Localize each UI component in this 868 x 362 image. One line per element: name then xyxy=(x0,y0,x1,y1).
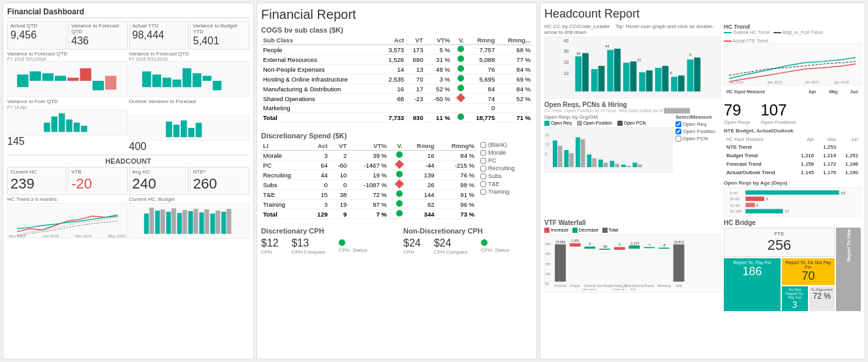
nte-table: HC Input Measure Apr May Jun xyxy=(724,87,861,96)
list-item[interactable]: Recruiting xyxy=(480,165,533,172)
open-reqs-chart-area: Open Reqs by Org/GM Open Req Open Positi… xyxy=(544,114,721,173)
hc-bar-area: HC CC by CC/Code_Leader Tip: Hover over … xyxy=(544,23,721,98)
cb-open-req[interactable]: Open Req xyxy=(675,121,721,127)
svg-rect-51 xyxy=(575,56,581,91)
svg-rect-63 xyxy=(671,77,677,92)
svg-rect-21 xyxy=(81,126,87,132)
open-reqs-label: Open Reqs xyxy=(724,119,750,125)
svg-rect-105 xyxy=(745,209,783,213)
status-dot xyxy=(396,151,403,158)
hc-bar-chart xyxy=(129,203,250,239)
svg-text:4: 4 xyxy=(756,204,759,207)
table-row: Morale 3 2 39 % 16 84 % xyxy=(261,151,476,160)
svg-text:17: 17 xyxy=(785,209,789,213)
svg-rect-0 xyxy=(17,75,28,87)
svg-rect-2 xyxy=(42,74,54,82)
list-item[interactable]: Training xyxy=(480,189,533,195)
svg-text:-8: -8 xyxy=(662,243,666,247)
open-reqs-numbers: 79 Open Reqs 107 Open Positions xyxy=(724,101,861,125)
svg-rect-33 xyxy=(177,213,181,234)
svg-rect-35 xyxy=(188,211,193,234)
svg-text:25K: 25K xyxy=(545,242,551,246)
table-row: Hosting & Online Infrastructure 2,535 70… xyxy=(261,74,533,84)
col-rmngpct: Rmng... xyxy=(497,36,533,45)
svg-rect-40 xyxy=(215,211,220,234)
open-reqs-title: Open Reqs, PCNs & Hiring xyxy=(544,101,721,108)
svg-text:& Di...: & Di... xyxy=(630,288,638,291)
table-row: T&E 15 38 72 % 144 91 % xyxy=(261,190,476,200)
status-dot xyxy=(457,65,464,72)
svg-rect-83 xyxy=(558,145,563,167)
table-row: Manufacturing & Distribution 16 17 52 % … xyxy=(261,84,533,94)
variance-chart2 xyxy=(129,61,250,97)
hc-trend-charts: HC Trend ≥ 6 months Nov 2015Jan 2016Mar … xyxy=(7,197,249,239)
bridge-right-col: Report To, Do Not Pay For 70 Do Not Repo… xyxy=(782,258,835,311)
svg-text:20: 20 xyxy=(545,133,549,137)
svg-text:0: 0 xyxy=(619,243,621,247)
list-item[interactable]: (Blank) xyxy=(480,142,533,148)
nte-budget-title: NTE Budget, Actual/Outlook xyxy=(724,128,861,134)
svg-text:34: 34 xyxy=(576,52,581,55)
list-item[interactable]: Morale xyxy=(480,149,533,156)
svg-rect-12 xyxy=(182,68,191,87)
svg-rect-54 xyxy=(598,66,605,91)
disc-cph-title: Discretionary CPH xyxy=(261,227,390,235)
open-reqs-age-title: Open Reqs by Age (Days) xyxy=(724,180,861,186)
svg-rect-97 xyxy=(638,164,642,167)
svg-rect-60 xyxy=(646,70,653,91)
svg-text:5: 5 xyxy=(670,71,673,75)
open-reqs-count: 79 Open Reqs xyxy=(724,101,750,125)
svg-rect-16 xyxy=(44,123,50,132)
svg-rect-23 xyxy=(173,125,179,137)
svg-rect-82 xyxy=(553,141,557,168)
cb-open-pos[interactable]: Open Position xyxy=(675,128,721,134)
disc-cph-section: Discretionary CPH $12 CPH $13 CPH Compar… xyxy=(261,223,390,258)
disc-cph-dot xyxy=(339,239,345,246)
svg-text:10: 10 xyxy=(545,142,549,146)
svg-rect-9 xyxy=(152,75,161,87)
current-hc-value: 239 xyxy=(10,175,63,192)
list-item[interactable]: Subs xyxy=(480,173,533,179)
svg-rect-132 xyxy=(643,247,655,249)
pct-alignment-box: % Alignment 72 % xyxy=(809,286,835,311)
status-dot xyxy=(457,113,464,120)
headcount-title: HEADCOUNT xyxy=(7,157,249,165)
open-reqs-subtitle: CC View: Open Position as of close. Req … xyxy=(544,108,721,113)
svg-rect-56 xyxy=(614,49,621,92)
svg-text:5: 5 xyxy=(766,197,768,201)
table-row: PC 64 -60 -1467 % -44 -215 % xyxy=(261,160,476,170)
disc-cph-row: $12 CPH $13 CPH Compare CPH. Status xyxy=(261,237,390,255)
list-item[interactable]: PC xyxy=(480,157,533,164)
vtf-chart: 25K 20K 15K 10K 5K 19,380 1,681 xyxy=(544,234,721,293)
list-item[interactable]: T&E xyxy=(480,181,533,187)
disc-total-row: Total 129 9 7 % 344 73 % xyxy=(261,209,476,219)
disc-cph-status: CPH. Status xyxy=(339,239,367,253)
nondisc-cph-section: Non-Discretionary CPH $24 CPH $24 CPH Co… xyxy=(403,223,533,258)
var-forecast-qtd-box: Variance to Forecast QTD 436 xyxy=(68,21,127,50)
svg-rect-28 xyxy=(149,207,153,234)
svg-text:Resources: Resources xyxy=(583,288,597,291)
open-pos-count: 107 Open Positions xyxy=(760,101,796,125)
disc-col-rmngpct: Rmng% xyxy=(436,142,476,151)
small-boxes: Do Not Report To, Pay For 3 % Alignment … xyxy=(782,286,835,311)
status-dot xyxy=(396,210,403,217)
hc-trend-right: HC Trend Outlook HC Trend Bdgt_or_Fcst T… xyxy=(724,23,861,98)
svg-text:31-60: 31-60 xyxy=(730,197,739,201)
svg-text:10: 10 xyxy=(564,71,569,76)
table-row: Training 3 19 87 % 62 96 % xyxy=(261,200,476,209)
var145-value: 145 xyxy=(7,136,128,147)
report-to-pay2-box: Do Not Report To, Pay For 3 xyxy=(782,286,808,311)
vtf-legend: Increase Decrease Total xyxy=(544,228,721,233)
vtb-value: -20 xyxy=(71,175,124,192)
status-diamond xyxy=(394,160,403,169)
panel1-title: Financial Dashboard xyxy=(7,7,249,18)
svg-text:53: 53 xyxy=(841,191,845,195)
svg-rect-53 xyxy=(591,69,598,91)
table-row: External Resources 1,526 680 31 % 5,088 … xyxy=(261,55,533,65)
nte-value: 260 xyxy=(193,175,246,192)
svg-text:Online Id...: Online Id... xyxy=(613,288,626,291)
top-kpi-row: Actual QTD 9,456 Variance to Forecast QT… xyxy=(7,21,249,50)
svg-text:19,813: 19,813 xyxy=(674,240,684,244)
svg-rect-88 xyxy=(587,155,591,167)
cb-open-pcn[interactable]: Open PCN xyxy=(675,136,721,142)
